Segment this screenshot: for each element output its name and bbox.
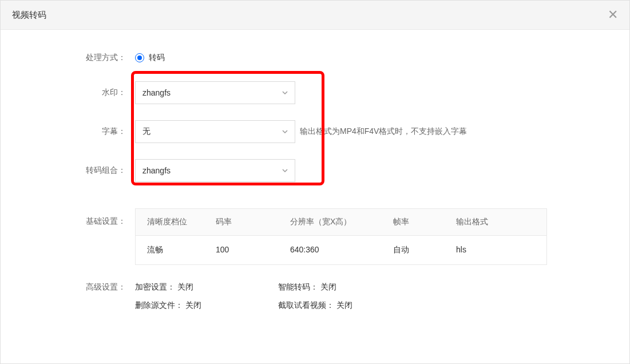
table-cell-framerate: 自动: [393, 245, 456, 255]
subtitle-select[interactable]: 无: [135, 120, 295, 143]
table-cell-output: hls: [456, 245, 535, 255]
dropdowns-highlighted-group: 水印： zhangfs 字幕： 无 输出格式为MP4和F4V格式时，不支持嵌入字…: [23, 73, 607, 192]
subtitle-select-wrapper: 无: [135, 120, 295, 143]
delete-source-setting: 删除源文件： 关闭: [135, 300, 227, 311]
advanced-row-1: 加密设置： 关闭 智能转码： 关闭: [135, 282, 370, 292]
advanced-row-2: 删除源文件： 关闭 截取试看视频： 关闭: [135, 300, 370, 311]
close-icon[interactable]: ✕: [608, 9, 618, 21]
subtitle-hint: 输出格式为MP4和F4V格式时，不支持嵌入字幕: [300, 126, 467, 137]
table-header-bitrate: 码率: [216, 217, 290, 227]
basic-settings-row: 基础设置： 清晰度档位 码率 分辨率（宽X高） 帧率 输出格式 流畅 100 6…: [23, 208, 607, 265]
subtitle-row: 字幕： 无 输出格式为MP4和F4V格式时，不支持嵌入字幕: [23, 120, 607, 143]
processing-mode-row: 处理方式： 转码: [23, 53, 607, 63]
transcode-group-select[interactable]: zhangfs: [135, 159, 295, 182]
watermark-row: 水印： zhangfs: [23, 81, 607, 104]
watermark-select[interactable]: zhangfs: [135, 81, 295, 104]
basic-settings-label: 基础设置：: [23, 208, 135, 227]
advanced-settings-row: 高级设置： 加密设置： 关闭 智能转码： 关闭 删除源文件： 关闭 截取试看视频…: [23, 282, 607, 311]
processing-mode-label: 处理方式：: [23, 53, 135, 63]
processing-mode-radio-group: 转码: [135, 53, 165, 63]
table-cell-clarity: 流畅: [147, 245, 216, 255]
transcode-group-row: 转码组合： zhangfs: [23, 159, 607, 182]
transcode-group-label: 转码组合：: [23, 165, 135, 176]
table-header-resolution: 分辨率（宽X高）: [290, 217, 393, 227]
dialog-title: 视频转码: [12, 10, 46, 21]
advanced-settings-grid: 加密设置： 关闭 智能转码： 关闭 删除源文件： 关闭 截取试看视频： 关闭: [135, 282, 370, 311]
smart-transcode-key: 智能转码：: [278, 282, 318, 292]
encryption-key: 加密设置：: [135, 282, 175, 292]
delete-source-key: 删除源文件：: [135, 300, 183, 311]
preview-val: 关闭: [336, 300, 352, 311]
preview-setting: 截取试看视频： 关闭: [278, 300, 370, 311]
encryption-val: 关闭: [177, 282, 193, 292]
advanced-settings-label: 高级设置：: [23, 282, 135, 311]
table-cell-resolution: 640:360: [290, 245, 393, 255]
watermark-select-value: zhangfs: [142, 88, 171, 97]
dialog-content: 处理方式： 转码 水印： zhangfs 字幕： 无 输: [1, 30, 629, 322]
delete-source-val: 关闭: [185, 300, 201, 311]
transcode-group-select-wrapper: zhangfs: [135, 159, 295, 182]
preview-key: 截取试看视频：: [278, 300, 334, 311]
table-header-framerate: 帧率: [393, 217, 456, 227]
table-header-row: 清晰度档位 码率 分辨率（宽X高） 帧率 输出格式: [136, 209, 546, 236]
smart-transcode-val: 关闭: [320, 282, 336, 292]
basic-settings-table: 清晰度档位 码率 分辨率（宽X高） 帧率 输出格式 流畅 100 640:360…: [135, 208, 547, 265]
table-header-output: 输出格式: [456, 217, 535, 227]
transcode-group-select-value: zhangfs: [142, 166, 171, 175]
table-header-clarity: 清晰度档位: [147, 217, 216, 227]
watermark-select-wrapper: zhangfs: [135, 81, 295, 104]
transcode-radio[interactable]: [135, 53, 144, 62]
dialog-header: 视频转码 ✕: [1, 1, 629, 30]
encryption-setting: 加密设置： 关闭: [135, 282, 227, 292]
table-row: 流畅 100 640:360 自动 hls: [136, 236, 546, 264]
smart-transcode-setting: 智能转码： 关闭: [278, 282, 370, 292]
subtitle-select-value: 无: [142, 126, 150, 137]
subtitle-label: 字幕：: [23, 126, 135, 137]
table-cell-bitrate: 100: [216, 245, 290, 255]
watermark-label: 水印：: [23, 88, 135, 98]
transcode-radio-label: 转码: [149, 53, 165, 63]
